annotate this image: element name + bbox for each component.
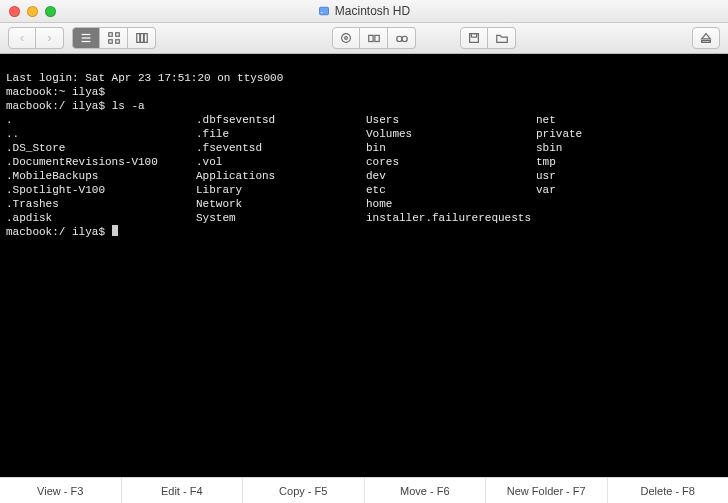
zoom-window-button[interactable] [45,6,56,17]
svg-rect-1 [321,12,323,13]
drive-icon [318,5,330,17]
svg-point-12 [342,34,351,43]
ls-output: . .. .DS_Store .DocumentRevisions-V100 .… [6,113,722,225]
svg-rect-11 [144,34,147,43]
eject-button[interactable] [692,27,720,49]
footer-bar: View - F3 Edit - F4 Copy - F5 Move - F6 … [0,477,728,503]
minimize-window-button[interactable] [27,6,38,17]
boxes-icon [367,31,381,45]
terminal-cursor [112,225,118,236]
folder-icon [495,31,509,45]
terminal-prompt-3-host: macbook:/ ilya$ [6,226,112,238]
titlebar: Macintosh HD [0,0,728,23]
grid-icon [107,31,121,45]
window-title: Macintosh HD [0,4,728,18]
eject-icon [699,31,713,45]
save-button[interactable] [460,27,488,49]
view-mode-group [72,27,156,49]
footer-view-button[interactable]: View - F3 [0,478,122,503]
back-button[interactable]: ‹ [8,27,36,49]
svg-rect-14 [368,35,372,41]
ls-col2: .dbfseventsd .file .fseventsd .vol Appli… [196,113,366,225]
action-group-2 [460,27,516,49]
svg-rect-9 [136,34,139,43]
list-icon [79,31,93,45]
terminal-panel[interactable]: Last login: Sat Apr 23 17:51:20 on ttys0… [0,54,728,477]
columns-icon [135,31,149,45]
glasses-icon [395,31,409,45]
view-list-button[interactable] [72,27,100,49]
terminal-prompt-1: macbook:~ ilya$ [6,86,105,98]
svg-rect-20 [471,34,476,38]
close-window-button[interactable] [9,6,20,17]
svg-rect-5 [108,33,112,37]
view-columns-button[interactable] [128,27,156,49]
ls-col4: net private sbin tmp usr var [536,113,636,225]
window-controls [9,6,56,17]
folder-button[interactable] [488,27,516,49]
nav-group: ‹ › [8,27,64,49]
svg-rect-7 [108,40,112,44]
svg-rect-21 [702,41,711,43]
svg-rect-10 [140,34,143,43]
terminal-prompt-2-host: macbook:/ ilya$ [6,100,112,112]
action-button-1[interactable] [332,27,360,49]
svg-rect-8 [115,40,119,44]
footer-copy-button[interactable]: Copy - F5 [243,478,365,503]
terminal-command: ls -a [112,100,145,112]
chevron-left-icon: ‹ [20,31,24,45]
svg-point-17 [402,36,407,41]
view-grid-button[interactable] [100,27,128,49]
footer-edit-button[interactable]: Edit - F4 [122,478,244,503]
svg-rect-0 [319,7,328,15]
footer-delete-button[interactable]: Delete - F8 [608,478,729,503]
footer-move-button[interactable]: Move - F6 [365,478,487,503]
footer-newfolder-button[interactable]: New Folder - F7 [486,478,608,503]
forward-button[interactable]: › [36,27,64,49]
save-icon [467,31,481,45]
svg-rect-15 [374,35,378,41]
window-title-text: Macintosh HD [335,4,410,18]
action-group-1 [332,27,416,49]
ls-col1: . .. .DS_Store .DocumentRevisions-V100 .… [6,113,196,225]
toolbar: ‹ › [0,23,728,54]
circle-dot-icon [339,31,353,45]
action-button-2[interactable] [360,27,388,49]
chevron-right-icon: › [48,31,52,45]
action-button-3[interactable] [388,27,416,49]
svg-point-16 [396,36,401,41]
terminal-last-login: Last login: Sat Apr 23 17:51:20 on ttys0… [6,72,283,84]
svg-point-13 [345,37,348,40]
svg-rect-6 [115,33,119,37]
ls-col3: Users Volumes bin cores dev etc home ins… [366,113,536,225]
